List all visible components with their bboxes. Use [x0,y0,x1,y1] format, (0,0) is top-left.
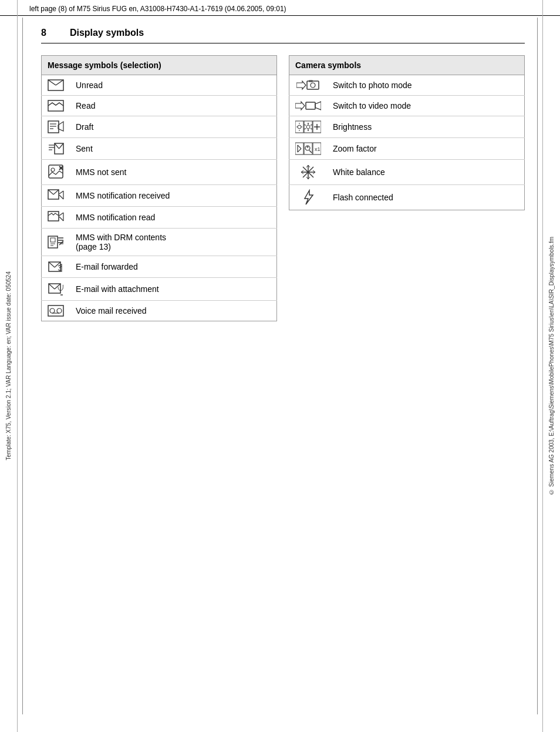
white-balance-icon [300,164,316,180]
message-table-header: Message symbols (selection) [42,56,277,75]
svg-line-67 [311,129,312,130]
table-row: Sent [42,138,277,160]
unread-icon-cell [42,75,70,96]
zoom-label: Zoom factor [327,138,525,160]
email-attachment-label: E-mail with attachment [70,278,277,301]
mms-notification-received-icon [48,189,64,202]
svg-line-79 [309,150,312,153]
page-title-row: 8 Display symbols [41,28,525,43]
video-mode-icon [295,100,321,112]
svg-line-13 [55,143,59,149]
svg-rect-3 [48,100,63,111]
svg-line-43 [55,284,60,289]
header-text: left page (8) of M75 Sirius FUG en, A310… [29,5,286,13]
sent-icon-cell [42,138,70,160]
svg-line-23 [59,195,63,199]
unread-icon [48,79,64,91]
flash-connected-icon-cell [289,185,328,210]
right-sidebar-text: © Siemens AG 2003, E:\Auftrag\Siemens\Mo… [548,237,556,495]
svg-line-39 [49,262,55,267]
voicemail-label: Voice mail received [70,301,277,321]
camera-table-header: Camera symbols [289,56,525,75]
page-title: Display symbols [70,28,144,38]
video-mode-label: Switch to video mode [327,96,525,116]
email-forwarded-icon-cell [42,256,70,278]
mms-notification-received-icon-cell [42,185,70,207]
read-icon-cell [42,96,70,116]
table-row: Read [42,96,277,116]
svg-marker-55 [315,102,321,110]
left-sidebar: Template: X75, Version 2.1; VAR Language… [0,0,18,732]
table-row: MMS not sent [42,160,277,185]
mms-notification-read-icon [48,211,64,224]
zoom-icon-cell: x1 [289,138,328,160]
table-row: Switch to photo mode [289,75,525,96]
svg-rect-73 [295,143,303,155]
svg-line-1 [48,80,56,85]
brightness-icon-cell [289,116,328,138]
email-attachment-icon-cell [42,278,70,301]
svg-line-66 [305,125,306,126]
flash-connected-icon [300,189,316,206]
svg-line-76 [298,149,301,152]
svg-line-14 [59,143,64,149]
email-attachment-icon [48,282,64,296]
svg-point-46 [50,308,55,313]
svg-line-75 [298,145,301,149]
table-row: MMS notification read [42,207,277,229]
svg-marker-53 [295,102,305,110]
draft-label: Draft [70,116,277,138]
mms-not-sent-icon [48,164,64,180]
svg-line-68 [305,129,306,130]
main-content: 8 Display symbols Message symbols (selec… [23,16,537,333]
svg-text:x1: x1 [315,146,321,152]
svg-line-20 [48,190,53,194]
svg-rect-4 [48,121,59,133]
email-forwarded-label: E-mail forwarded [70,256,277,278]
read-label: Read [70,96,277,116]
table-row: Unread [42,75,277,96]
svg-rect-50 [307,81,319,89]
svg-point-16 [51,168,55,172]
voicemail-icon-cell [42,301,70,321]
svg-line-42 [49,284,55,289]
svg-line-22 [59,191,63,194]
white-balance-icon-cell [289,160,328,185]
mms-notification-read-label: MMS notification read [70,207,277,229]
photo-mode-icon [296,79,320,91]
svg-rect-25 [48,211,59,221]
mms-drm-icon [48,236,64,249]
white-balance-label: White balance [327,160,525,185]
table-row: Switch to video mode [289,96,525,116]
draft-icon [48,120,64,133]
email-forwarded-icon [48,260,64,273]
tables-container: Message symbols (selection) Unread [41,55,525,321]
mms-notification-read-icon-cell [42,207,70,229]
svg-line-2 [56,80,63,85]
right-sidebar: © Siemens AG 2003, E:\Auftrag\Siemens\Mo… [542,0,560,732]
table-row: MMS notification received [42,185,277,207]
mms-notification-received-label: MMS notification received [70,185,277,207]
svg-line-69 [311,125,312,126]
table-row: E-mail forwarded [42,256,277,278]
svg-point-51 [311,83,315,88]
svg-point-47 [57,308,62,313]
svg-rect-45 [48,305,63,316]
table-row: White balance [289,160,525,185]
svg-rect-54 [306,102,315,109]
svg-marker-96 [305,190,313,204]
table-row: x1 Zoom factor [289,138,525,160]
table-row: E-mail with attachment [42,278,277,301]
brightness-icon [295,120,321,133]
svg-point-57 [298,125,301,129]
svg-point-63 [306,125,310,129]
brightness-label: Brightness [327,116,525,138]
mms-not-sent-label: MMS not sent [70,160,277,185]
svg-line-27 [59,217,63,221]
left-sidebar-text: Template: X75, Version 2.1; VAR Language… [5,271,13,461]
read-icon [48,100,64,112]
unread-label: Unread [70,75,277,96]
sent-icon [48,142,64,155]
voicemail-icon [48,305,64,317]
svg-rect-30 [50,238,55,242]
